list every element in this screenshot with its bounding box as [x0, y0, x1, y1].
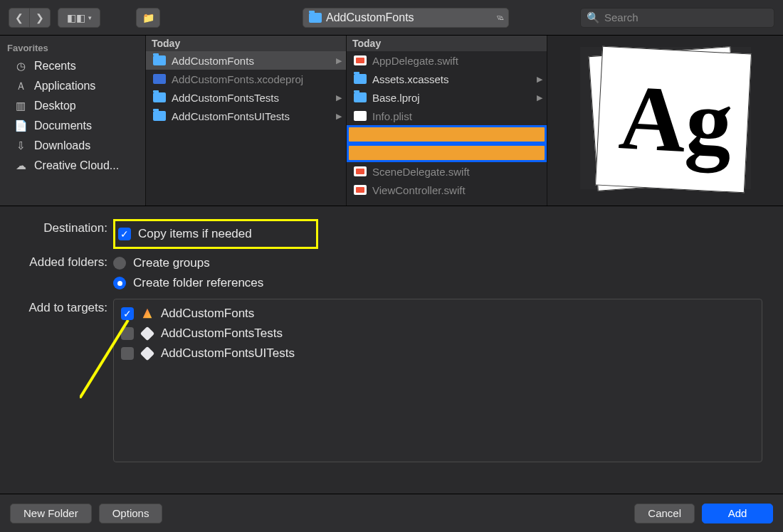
sidebar: Favorites ◷ Recents Ａ Applications ▥ Des… — [0, 36, 146, 206]
target-label: AddCustomFontsUITests — [161, 346, 295, 361]
file-label: AddCustomFontsUITests — [172, 110, 290, 122]
target-row[interactable]: ✓AddCustomFonts — [121, 304, 755, 324]
create-groups-radio[interactable]: Create groups — [113, 253, 766, 273]
test-target-icon — [140, 346, 154, 361]
folder-icon — [153, 111, 166, 121]
folder-plus-icon: 📁 — [142, 12, 154, 23]
swift-icon — [354, 166, 367, 176]
copy-items-checkbox[interactable]: ✓ Copy items if needed — [118, 224, 252, 244]
back-button[interactable]: ❮ — [9, 8, 29, 28]
chevron-right-icon: ▶ — [336, 56, 342, 65]
view-mode-button[interactable]: ◧◧ ▾ — [58, 8, 100, 28]
page-front-icon: Ag — [595, 46, 752, 193]
new-folder-toolbar-button[interactable]: 📁 — [136, 8, 160, 28]
file-row[interactable]: AddCustomFonts.xcodeproj — [146, 70, 346, 88]
sidebar-item-label: Downloads — [34, 139, 90, 152]
column-header: Today — [146, 36, 346, 51]
sidebar-item-label: Applications — [34, 80, 95, 92]
file-label: AppDelegate.swift — [372, 55, 458, 67]
add-button[interactable]: Add — [702, 504, 773, 523]
path-control[interactable]: AddCustomFonts ▿▵ — [303, 8, 509, 28]
folder-icon — [354, 74, 367, 84]
path-title: AddCustomFonts — [326, 11, 414, 24]
file-label: AddCustomFontsTests — [172, 92, 279, 104]
search-placeholder: Search — [604, 11, 639, 23]
test-target-icon — [140, 326, 154, 341]
file-label: AddCustomFonts.xcodeproj — [172, 73, 303, 85]
cancel-button[interactable]: Cancel — [634, 504, 695, 523]
sidebar-item-creative-cloud[interactable]: ☁ Creative Cloud... — [0, 156, 145, 176]
nav-group: ❮ ❯ — [9, 8, 51, 28]
file-browser: Favorites ◷ Recents Ａ Applications ▥ Des… — [0, 36, 783, 206]
search-icon: 🔍 — [587, 11, 600, 24]
forward-button[interactable]: ❯ — [29, 8, 51, 28]
new-folder-button[interactable]: New Folder — [10, 504, 92, 523]
search-field[interactable]: 🔍 Search — [580, 8, 774, 28]
file-row[interactable]: open_sans_semibold.ttf — [347, 144, 547, 162]
sidebar-item-recents[interactable]: ◷ Recents — [0, 56, 145, 76]
sidebar-item-applications[interactable]: Ａ Applications — [0, 76, 145, 96]
sidebar-item-label: Creative Cloud... — [34, 159, 119, 172]
sidebar-item-downloads[interactable]: ⇩ Downloads — [0, 136, 145, 156]
file-row[interactable]: AddCustomFonts▶ — [146, 51, 346, 70]
desktop-icon: ▥ — [14, 101, 27, 111]
sidebar-item-label: Desktop — [34, 100, 76, 112]
radio-icon — [113, 257, 126, 270]
file-row[interactable]: AddCustomFontsUITests▶ — [146, 107, 346, 125]
create-folder-refs-radio[interactable]: Create folder references — [113, 273, 766, 293]
file-row[interactable]: SceneDelegate.swift — [347, 162, 547, 181]
download-icon: ⇩ — [14, 141, 27, 151]
radio-icon — [113, 277, 126, 289]
file-row[interactable]: Base.lproj▶ — [347, 88, 547, 107]
app-target-icon — [141, 307, 154, 320]
toolbar: ❮ ❯ ◧◧ ▾ 📁 AddCustomFonts ▿▵ 🔍 Search — [0, 0, 783, 36]
file-row[interactable]: AddCustomFontsTests▶ — [146, 88, 346, 107]
sidebar-item-documents[interactable]: 📄 Documents — [0, 116, 145, 136]
swift-icon — [354, 185, 367, 195]
checkbox-label: Copy items if needed — [138, 227, 252, 241]
checkbox-icon — [121, 347, 134, 360]
button-label: Options — [112, 507, 149, 519]
column-2: Today AppDelegate.swiftAssets.xcassets▶B… — [347, 36, 547, 206]
checkbox-icon — [121, 327, 134, 340]
folder-icon — [153, 55, 166, 65]
file-label: Assets.xcassets — [372, 73, 449, 85]
column-header: Today — [347, 36, 547, 51]
radio-label: Create folder references — [133, 276, 263, 290]
target-row[interactable]: AddCustomFontsUITests — [121, 344, 755, 363]
file-row[interactable]: Info.plist — [347, 107, 547, 125]
document-icon: 📄 — [14, 121, 27, 131]
sidebar-header: Favorites — [0, 40, 145, 56]
checkbox-icon: ✓ — [118, 228, 131, 240]
chevron-right-icon: ▶ — [336, 112, 342, 121]
sidebar-item-desktop[interactable]: ▥ Desktop — [0, 96, 145, 116]
font-preview: Ag — [580, 47, 751, 189]
preview-pane: Ag — [547, 36, 783, 206]
proj-icon — [153, 74, 166, 84]
file-row[interactable]: ViewController.swift — [347, 181, 547, 199]
file-row[interactable]: open_sans_bold.ttf — [347, 125, 547, 144]
folder-icon — [309, 13, 322, 23]
target-row[interactable]: AddCustomFontsTests — [121, 324, 755, 344]
ttf-icon — [354, 129, 367, 139]
destination-label: Destination: — [17, 219, 113, 235]
file-label: AddCustomFonts — [172, 55, 254, 67]
ttf-icon — [354, 148, 367, 158]
file-label: Base.lproj — [372, 92, 420, 104]
file-row[interactable]: Assets.xcassets▶ — [347, 70, 547, 88]
file-row[interactable]: AppDelegate.swift — [347, 51, 547, 70]
footer: New Folder Options Cancel Add — [0, 494, 783, 532]
chevron-right-icon: ❯ — [36, 12, 44, 23]
button-label: Cancel — [648, 507, 681, 519]
cloud-icon: ☁ — [14, 161, 27, 171]
options-button[interactable]: Options — [99, 504, 163, 523]
add-targets-label: Add to targets: — [17, 299, 113, 315]
targets-list: ✓AddCustomFontsAddCustomFontsTestsAddCus… — [113, 299, 762, 462]
chevron-right-icon: ▶ — [336, 93, 342, 102]
plist-icon — [354, 111, 367, 121]
updown-icon: ▿▵ — [497, 13, 503, 22]
target-label: AddCustomFontsTests — [161, 326, 283, 341]
chevron-right-icon: ▶ — [537, 93, 542, 102]
button-label: Add — [728, 507, 747, 519]
checkbox-icon: ✓ — [121, 307, 134, 320]
